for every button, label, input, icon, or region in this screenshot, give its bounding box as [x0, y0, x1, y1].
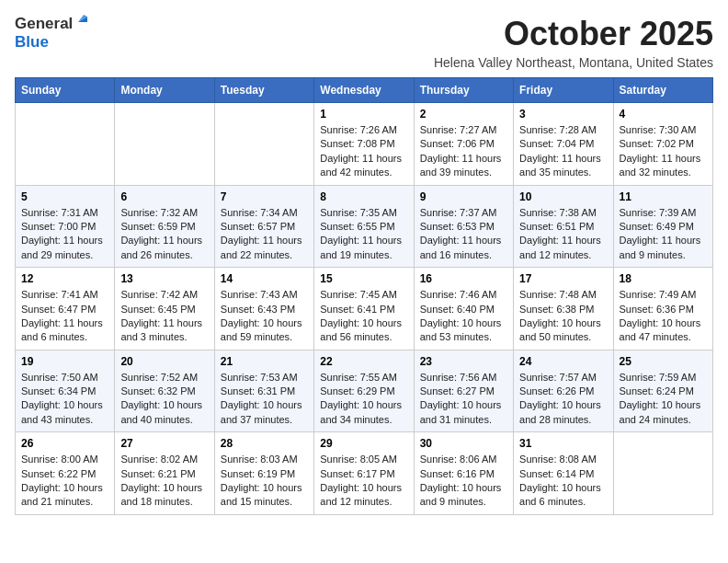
- sunset-text: Sunset: 6:59 PM: [120, 221, 195, 232]
- day-info: Sunrise: 7:39 AM Sunset: 6:49 PM Dayligh…: [620, 206, 707, 263]
- table-row: [613, 432, 712, 515]
- day-number: 2: [420, 108, 507, 121]
- day-info: Sunrise: 7:43 AM Sunset: 6:43 PM Dayligh…: [221, 288, 308, 345]
- day-number: 30: [420, 437, 507, 450]
- day-info: Sunrise: 7:26 AM Sunset: 7:08 PM Dayligh…: [320, 123, 407, 180]
- day-info: Sunrise: 7:53 AM Sunset: 6:31 PM Dayligh…: [221, 371, 308, 428]
- sunset-text: Sunset: 7:08 PM: [320, 138, 394, 149]
- daylight-text: Daylight: 10 hours and 12 minutes.: [320, 482, 402, 507]
- daylight-text: Daylight: 10 hours and 18 minutes.: [120, 482, 202, 507]
- sunset-text: Sunset: 7:06 PM: [420, 138, 495, 149]
- sunset-text: Sunset: 6:40 PM: [420, 304, 495, 315]
- table-row: 9 Sunrise: 7:37 AM Sunset: 6:53 PM Dayli…: [414, 185, 513, 268]
- col-tuesday: Tuesday: [214, 78, 313, 103]
- daylight-text: Daylight: 11 hours and 32 minutes.: [620, 153, 701, 178]
- day-info: Sunrise: 7:46 AM Sunset: 6:40 PM Dayligh…: [420, 288, 507, 345]
- sunset-text: Sunset: 6:14 PM: [519, 468, 594, 479]
- day-info: Sunrise: 7:49 AM Sunset: 6:36 PM Dayligh…: [620, 288, 707, 345]
- sunrise-text: Sunrise: 7:38 AM: [519, 207, 597, 218]
- sunrise-text: Sunrise: 7:50 AM: [21, 372, 98, 383]
- day-number: 20: [120, 355, 208, 368]
- day-number: 15: [320, 272, 407, 285]
- logo-blue-text: Blue: [15, 33, 49, 52]
- daylight-text: Daylight: 10 hours and 40 minutes.: [120, 399, 202, 424]
- col-friday: Friday: [514, 78, 613, 103]
- day-info: Sunrise: 7:59 AM Sunset: 6:24 PM Dayligh…: [620, 371, 707, 428]
- page-header: General Blue October 2025 Helena Valley …: [15, 15, 713, 70]
- table-row: 5 Sunrise: 7:31 AM Sunset: 7:00 PM Dayli…: [16, 185, 115, 268]
- month-title: October 2025: [434, 15, 713, 53]
- day-number: 11: [620, 190, 707, 203]
- daylight-text: Daylight: 10 hours and 47 minutes.: [620, 317, 701, 342]
- day-number: 4: [620, 108, 707, 121]
- table-row: 13 Sunrise: 7:42 AM Sunset: 6:45 PM Dayl…: [115, 268, 214, 350]
- table-row: 8 Sunrise: 7:35 AM Sunset: 6:55 PM Dayli…: [314, 185, 414, 268]
- sunset-text: Sunset: 6:29 PM: [320, 385, 394, 396]
- daylight-text: Daylight: 10 hours and 15 minutes.: [221, 482, 302, 507]
- title-block: October 2025 Helena Valley Northeast, Mo…: [434, 15, 713, 70]
- table-row: 16 Sunrise: 7:46 AM Sunset: 6:40 PM Dayl…: [414, 268, 513, 350]
- day-number: 19: [21, 355, 108, 368]
- day-number: 17: [519, 272, 607, 285]
- sunrise-text: Sunrise: 7:30 AM: [620, 124, 697, 135]
- sunset-text: Sunset: 6:24 PM: [620, 385, 694, 396]
- sunrise-text: Sunrise: 7:26 AM: [320, 124, 397, 135]
- daylight-text: Daylight: 10 hours and 59 minutes.: [221, 317, 302, 342]
- calendar-week-row: 12 Sunrise: 7:41 AM Sunset: 6:47 PM Dayl…: [16, 268, 713, 350]
- table-row: 21 Sunrise: 7:53 AM Sunset: 6:31 PM Dayl…: [214, 350, 313, 432]
- daylight-text: Daylight: 10 hours and 34 minutes.: [320, 399, 402, 424]
- sunrise-text: Sunrise: 7:27 AM: [420, 124, 497, 135]
- day-info: Sunrise: 7:48 AM Sunset: 6:38 PM Dayligh…: [519, 288, 607, 345]
- sunset-text: Sunset: 6:21 PM: [120, 468, 195, 479]
- day-info: Sunrise: 7:38 AM Sunset: 6:51 PM Dayligh…: [519, 206, 607, 263]
- daylight-text: Daylight: 11 hours and 42 minutes.: [320, 153, 402, 178]
- day-number: 13: [120, 272, 208, 285]
- table-row: 3 Sunrise: 7:28 AM Sunset: 7:04 PM Dayli…: [514, 103, 613, 186]
- daylight-text: Daylight: 10 hours and 37 minutes.: [221, 399, 302, 424]
- sunrise-text: Sunrise: 7:34 AM: [221, 207, 298, 218]
- sunset-text: Sunset: 7:02 PM: [620, 138, 694, 149]
- daylight-text: Daylight: 10 hours and 50 minutes.: [519, 317, 601, 342]
- day-info: Sunrise: 7:27 AM Sunset: 7:06 PM Dayligh…: [420, 123, 507, 180]
- day-info: Sunrise: 7:30 AM Sunset: 7:02 PM Dayligh…: [620, 123, 707, 180]
- sunset-text: Sunset: 6:34 PM: [21, 385, 96, 396]
- day-number: 10: [519, 190, 607, 203]
- calendar-week-row: 19 Sunrise: 7:50 AM Sunset: 6:34 PM Dayl…: [16, 350, 713, 432]
- col-sunday: Sunday: [16, 78, 115, 103]
- table-row: 20 Sunrise: 7:52 AM Sunset: 6:32 PM Dayl…: [115, 350, 214, 432]
- sunrise-text: Sunrise: 7:31 AM: [21, 207, 98, 218]
- day-info: Sunrise: 7:50 AM Sunset: 6:34 PM Dayligh…: [21, 371, 108, 428]
- daylight-text: Daylight: 11 hours and 6 minutes.: [21, 317, 103, 342]
- day-info: Sunrise: 8:00 AM Sunset: 6:22 PM Dayligh…: [21, 453, 108, 510]
- calendar-week-row: 5 Sunrise: 7:31 AM Sunset: 7:00 PM Dayli…: [16, 185, 713, 268]
- day-number: 28: [221, 437, 308, 450]
- day-number: 1: [320, 108, 407, 121]
- sunrise-text: Sunrise: 8:08 AM: [519, 454, 597, 465]
- table-row: 10 Sunrise: 7:38 AM Sunset: 6:51 PM Dayl…: [514, 185, 613, 268]
- sunrise-text: Sunrise: 7:52 AM: [120, 372, 198, 383]
- col-monday: Monday: [115, 78, 214, 103]
- calendar-week-row: 26 Sunrise: 8:00 AM Sunset: 6:22 PM Dayl…: [16, 432, 713, 515]
- sunrise-text: Sunrise: 8:03 AM: [221, 454, 298, 465]
- sunrise-text: Sunrise: 8:00 AM: [21, 454, 98, 465]
- day-number: 9: [420, 190, 507, 203]
- sunset-text: Sunset: 6:57 PM: [221, 221, 295, 232]
- daylight-text: Daylight: 11 hours and 22 minutes.: [221, 235, 302, 259]
- daylight-text: Daylight: 11 hours and 29 minutes.: [21, 235, 103, 259]
- day-number: 24: [519, 355, 607, 368]
- day-info: Sunrise: 7:42 AM Sunset: 6:45 PM Dayligh…: [120, 288, 208, 345]
- table-row: 19 Sunrise: 7:50 AM Sunset: 6:34 PM Dayl…: [16, 350, 115, 432]
- sunrise-text: Sunrise: 8:05 AM: [320, 454, 397, 465]
- table-row: 2 Sunrise: 7:27 AM Sunset: 7:06 PM Dayli…: [414, 103, 513, 186]
- day-info: Sunrise: 7:57 AM Sunset: 6:26 PM Dayligh…: [519, 371, 607, 428]
- daylight-text: Daylight: 10 hours and 53 minutes.: [420, 317, 502, 342]
- sunset-text: Sunset: 6:31 PM: [221, 385, 295, 396]
- sunset-text: Sunset: 6:16 PM: [420, 468, 495, 479]
- day-number: 29: [320, 437, 407, 450]
- sunrise-text: Sunrise: 8:02 AM: [120, 454, 198, 465]
- sunset-text: Sunset: 6:38 PM: [519, 304, 594, 315]
- day-number: 27: [120, 437, 208, 450]
- daylight-text: Daylight: 10 hours and 43 minutes.: [21, 399, 103, 424]
- day-info: Sunrise: 7:34 AM Sunset: 6:57 PM Dayligh…: [221, 206, 308, 263]
- sunset-text: Sunset: 6:19 PM: [221, 468, 295, 479]
